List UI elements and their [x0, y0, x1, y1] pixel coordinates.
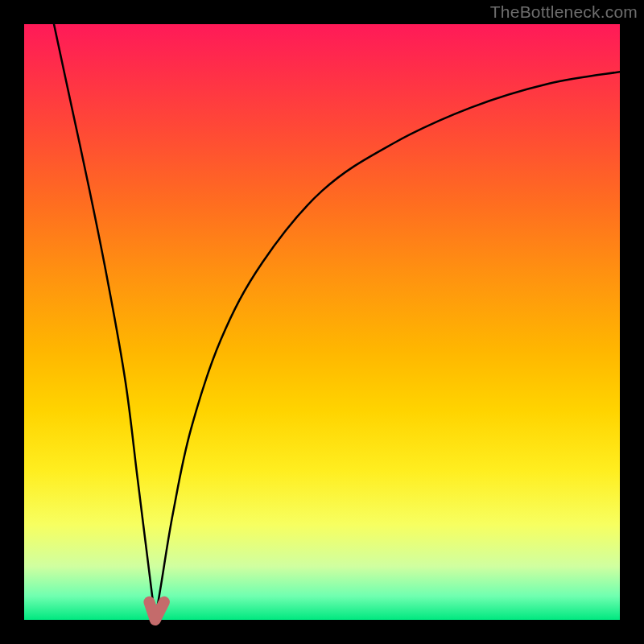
- chart-frame: TheBottleneck.com: [0, 0, 644, 644]
- curve-right-branch: [155, 72, 620, 620]
- plot-area: [24, 24, 620, 620]
- curve-left-branch: [54, 24, 155, 620]
- watermark-text: TheBottleneck.com: [490, 2, 638, 22]
- cusp-highlight: [149, 602, 164, 620]
- curve-layer: [24, 24, 620, 620]
